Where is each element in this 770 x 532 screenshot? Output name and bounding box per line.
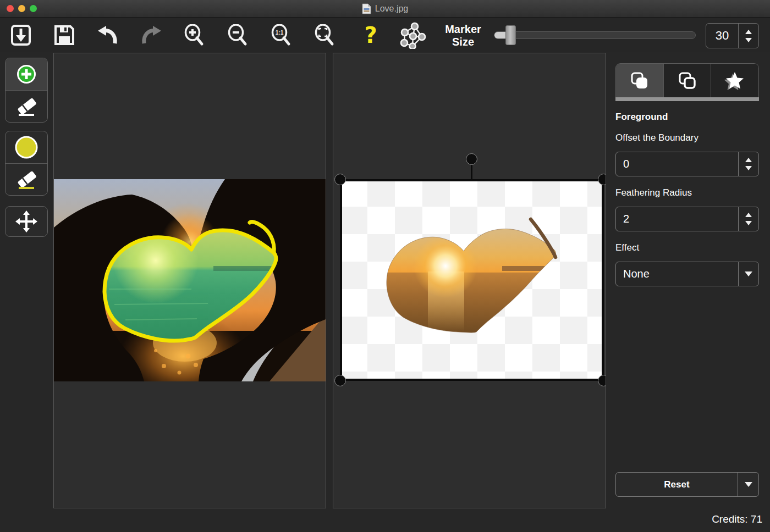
eraser-icon xyxy=(14,95,38,119)
zoom-fit-button[interactable] xyxy=(310,23,340,47)
effects-star-icon xyxy=(724,71,745,91)
zoom-window-button[interactable] xyxy=(30,5,37,12)
minimize-button[interactable] xyxy=(18,5,25,12)
move-icon xyxy=(14,209,38,234)
chevron-down-icon[interactable] xyxy=(745,271,752,276)
offset-boundary-spinner[interactable]: 0 xyxy=(615,152,759,176)
effect-value[interactable]: None xyxy=(616,262,738,286)
layer-tabs xyxy=(615,63,759,97)
preview-canvas-panel[interactable] xyxy=(333,53,606,508)
tab-underline xyxy=(615,97,759,101)
background-layer-icon xyxy=(678,71,697,90)
effect-dropdown[interactable]: None xyxy=(615,262,759,286)
tab-background[interactable] xyxy=(663,64,711,97)
reset-button[interactable]: Reset xyxy=(615,472,759,497)
original-image[interactable] xyxy=(54,179,326,381)
move-tool-button[interactable] xyxy=(6,207,47,236)
yellow-circle-icon xyxy=(14,135,39,160)
keep-marker-toolgroup xyxy=(5,58,48,123)
svg-text:1:1: 1:1 xyxy=(276,30,284,36)
marker-size-label: Marker Size xyxy=(439,23,487,48)
selection-border[interactable] xyxy=(340,179,604,381)
slider-handle[interactable] xyxy=(505,25,516,45)
feathering-radius-stepper[interactable] xyxy=(738,207,758,231)
credits-text: Credits: 71 xyxy=(712,513,762,525)
boundary-marker-button[interactable] xyxy=(6,131,47,163)
redo-icon xyxy=(140,25,162,46)
stepper-up-icon[interactable] xyxy=(745,30,752,34)
plus-circle-icon xyxy=(15,63,37,85)
corner-handle-bottom-right[interactable] xyxy=(598,375,606,386)
zoom-in-button[interactable] xyxy=(179,23,210,47)
boundary-marker-toolgroup xyxy=(5,131,48,196)
original-canvas-panel[interactable] xyxy=(53,53,326,508)
offset-boundary-stepper[interactable] xyxy=(738,152,758,176)
section-title: Foreground xyxy=(615,112,668,123)
corner-handle-bottom-left[interactable] xyxy=(334,375,346,386)
toolbar: 1:1 ? xyxy=(0,18,770,52)
marker-size-slider[interactable] xyxy=(494,31,696,39)
save-button[interactable] xyxy=(49,23,80,47)
add-keep-marker-button[interactable] xyxy=(6,58,47,90)
rotate-handle-stem xyxy=(471,165,472,179)
reset-button-label[interactable]: Reset xyxy=(616,473,738,496)
effect-dropdown-arrow-section[interactable] xyxy=(738,262,758,286)
zoom-actual-icon: 1:1 xyxy=(271,24,293,46)
marker-size-value[interactable]: 30 xyxy=(706,24,738,48)
rotate-handle[interactable] xyxy=(466,153,477,165)
marker-size-spinner[interactable]: 30 xyxy=(706,23,759,48)
reset-dropdown-section[interactable] xyxy=(738,473,758,496)
stepper-up-icon[interactable] xyxy=(745,213,752,217)
traffic-lights xyxy=(7,5,37,12)
zoom-out-icon xyxy=(227,24,249,46)
corner-handle-top-right[interactable] xyxy=(598,174,606,185)
app-window: Love.jpg xyxy=(0,0,770,532)
offset-boundary-label: Offset the Boundary xyxy=(615,132,698,143)
help-button[interactable]: ? xyxy=(355,23,386,47)
zoom-fit-icon xyxy=(314,24,336,46)
feathering-radius-value[interactable]: 2 xyxy=(616,207,738,231)
window-title: Love.jpg xyxy=(375,4,409,14)
zoom-out-button[interactable] xyxy=(223,23,254,47)
erase-keep-marker-button[interactable] xyxy=(6,90,47,122)
question-icon: ? xyxy=(364,24,377,46)
slider-track[interactable] xyxy=(494,31,696,39)
stepper-down-icon[interactable] xyxy=(745,221,752,225)
stepper-up-icon[interactable] xyxy=(745,158,752,162)
tab-effects[interactable] xyxy=(711,64,758,97)
extract-button[interactable] xyxy=(397,23,427,47)
eraser-yellow-icon xyxy=(14,168,38,192)
import-button[interactable] xyxy=(6,23,36,47)
document-icon xyxy=(362,3,371,14)
marker-size-stepper[interactable] xyxy=(738,24,758,48)
feathering-radius-spinner[interactable]: 2 xyxy=(615,207,759,231)
offset-boundary-value[interactable]: 0 xyxy=(616,152,738,176)
import-icon xyxy=(10,24,31,47)
save-icon xyxy=(53,24,75,46)
zoom-actual-button[interactable]: 1:1 xyxy=(266,23,297,47)
titlebar: Love.jpg xyxy=(0,0,770,18)
redo-button[interactable] xyxy=(136,23,167,47)
tab-foreground[interactable] xyxy=(616,64,663,97)
erase-boundary-marker-button[interactable] xyxy=(6,163,47,195)
graph-nodes-icon xyxy=(398,21,426,49)
move-toolgroup xyxy=(5,206,48,237)
corner-handle-top-left[interactable] xyxy=(334,174,346,185)
stepper-down-icon[interactable] xyxy=(745,166,752,170)
close-button[interactable] xyxy=(7,5,14,12)
stepper-down-icon[interactable] xyxy=(745,38,752,42)
zoom-in-icon xyxy=(184,24,206,46)
undo-icon xyxy=(97,25,119,46)
foreground-layer-icon xyxy=(630,71,649,90)
undo-button[interactable] xyxy=(92,23,123,47)
effect-label: Effect xyxy=(615,242,639,253)
chevron-down-icon[interactable] xyxy=(745,482,752,487)
feathering-radius-label: Feathering Radius xyxy=(615,187,692,198)
